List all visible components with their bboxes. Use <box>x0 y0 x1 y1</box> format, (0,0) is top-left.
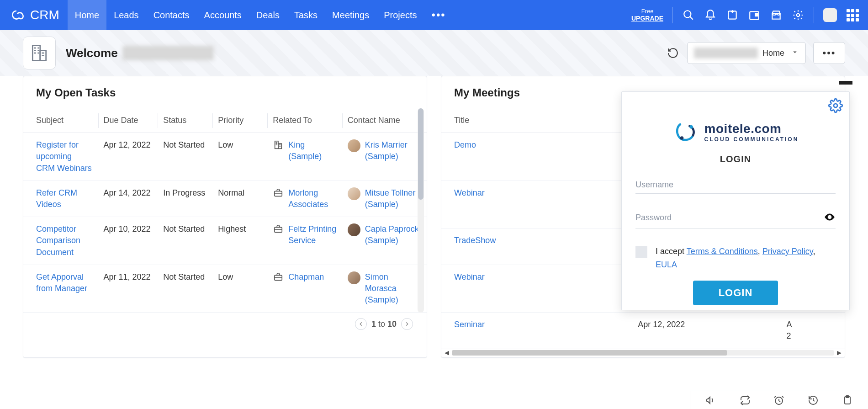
nav-deals[interactable]: Deals <box>249 0 287 30</box>
table-row[interactable]: SeminarApr 12, 2022A2 <box>441 313 845 349</box>
brand-logo-icon <box>8 7 25 23</box>
task-contact-link[interactable]: Mitsue Tollner (Sample) <box>365 187 421 210</box>
pager-prev-icon[interactable] <box>355 318 367 330</box>
user-avatar[interactable] <box>823 8 837 22</box>
store-icon[interactable] <box>770 9 783 21</box>
nav-home[interactable]: Home <box>68 0 106 30</box>
col-priority[interactable]: Priority <box>212 108 267 133</box>
announce-icon[interactable] <box>704 394 717 407</box>
password-input[interactable] <box>635 213 819 223</box>
task-contact-link[interactable]: Capla Paprocki (Sample) <box>365 223 421 246</box>
task-contact-link[interactable]: Kris Marrier (Sample) <box>365 139 421 162</box>
main-nav: Home Leads Contacts Accounts Deals Tasks… <box>68 0 453 30</box>
task-due: Apr 14, 2022 <box>98 181 158 217</box>
task-contact-link[interactable]: Simon Morasca (Sample) <box>365 271 421 306</box>
table-row[interactable]: Competitor Comparison DocumentApr 10, 20… <box>23 217 427 265</box>
add-note-icon[interactable] <box>726 9 739 21</box>
topbar-left: CRM Home Leads Contacts Accounts Deals T… <box>8 0 453 30</box>
settings-gear-icon[interactable] <box>792 9 804 21</box>
terms-link[interactable]: Terms & Conditions <box>687 247 758 256</box>
calendar-icon[interactable] <box>748 9 761 21</box>
nav-tasks[interactable]: Tasks <box>287 0 325 30</box>
divider <box>814 7 814 23</box>
my-open-tasks-panel: My Open Tasks Subject Due Date Status Pr… <box>23 76 427 358</box>
nav-projects[interactable]: Projects <box>376 0 424 30</box>
tasks-scrollbar[interactable] <box>418 108 424 313</box>
apps-grid-icon[interactable] <box>846 9 859 21</box>
svg-rect-6 <box>755 14 757 16</box>
search-icon[interactable] <box>682 9 695 21</box>
task-due: Apr 12, 2022 <box>98 133 158 181</box>
col-status[interactable]: Status <box>158 108 212 133</box>
contact-avatar <box>348 223 360 236</box>
login-button[interactable]: LOGIN <box>693 281 778 305</box>
task-related-link[interactable]: Morlong Associates <box>288 187 337 210</box>
bell-icon[interactable] <box>704 9 717 21</box>
meetings-h-scrollbar[interactable]: ◀ ▶ <box>441 349 845 357</box>
alarm-icon[interactable] <box>773 394 785 407</box>
sync-icon[interactable] <box>739 394 752 407</box>
svg-point-29 <box>834 104 837 107</box>
meeting-title-link[interactable]: Demo <box>454 140 476 149</box>
topbar-right: Free UPGRADE <box>631 7 859 23</box>
svg-rect-26 <box>275 191 282 196</box>
login-heading: LOGIN <box>635 154 836 176</box>
nav-meetings[interactable]: Meetings <box>325 0 376 30</box>
dashboard-selector[interactable]: Home <box>687 42 806 64</box>
task-subject-link[interactable]: Register for upcoming CRM Webinars <box>36 140 92 172</box>
tasks-table: Subject Due Date Status Priority Related… <box>23 108 427 313</box>
task-related-link[interactable]: King (Sample) <box>288 139 337 162</box>
history-icon[interactable] <box>807 394 820 407</box>
refresh-icon[interactable] <box>666 46 680 60</box>
table-row[interactable]: Register for upcoming CRM WebinarsApr 12… <box>23 133 427 181</box>
meeting-from: Apr 12, 2022 <box>632 313 781 349</box>
nav-accounts[interactable]: Accounts <box>197 0 249 30</box>
username-field-wrapper <box>635 176 836 194</box>
task-status: Not Started <box>158 133 212 181</box>
tasks-header-row: Subject Due Date Status Priority Related… <box>23 108 427 133</box>
task-status: Not Started <box>158 217 212 265</box>
upgrade-link[interactable]: Free UPGRADE <box>631 8 663 22</box>
scroll-left-icon[interactable]: ◀ <box>443 349 450 356</box>
meeting-title-link[interactable]: Webinar <box>454 272 485 282</box>
welcome-name-redacted <box>122 46 214 60</box>
eula-link[interactable]: EULA <box>656 260 677 269</box>
pager-next-icon[interactable] <box>401 318 413 330</box>
task-related-link[interactable]: Chapman <box>288 271 324 283</box>
pager-to: 10 <box>387 319 397 329</box>
meeting-title-link[interactable]: Webinar <box>454 188 485 197</box>
org-icon[interactable] <box>23 37 56 69</box>
privacy-link[interactable]: Privacy Policy <box>762 247 813 256</box>
welcome-text: Welcome <box>66 46 214 60</box>
task-subject-link[interactable]: Get Apporval from Manager <box>36 272 87 293</box>
col-contact[interactable]: Contact Name <box>342 108 427 133</box>
accept-checkbox[interactable] <box>635 246 647 258</box>
table-row[interactable]: Refer CRM VideosApr 14, 2022In ProgressN… <box>23 181 427 217</box>
col-related[interactable]: Related To <box>267 108 342 133</box>
upgrade-label: UPGRADE <box>631 15 663 22</box>
task-priority: Highest <box>212 217 267 265</box>
svg-point-0 <box>684 11 691 17</box>
svg-point-30 <box>680 136 683 139</box>
tasks-pager: 1 to 10 <box>23 313 427 339</box>
nav-contacts[interactable]: Contacts <box>146 0 197 30</box>
table-row[interactable]: Get Apporval from ManagerApr 11, 2022Not… <box>23 265 427 313</box>
task-subject-link[interactable]: Competitor Comparison Document <box>36 224 80 256</box>
nav-leads[interactable]: Leads <box>106 0 146 30</box>
meeting-title-link[interactable]: TradeShow <box>454 236 496 245</box>
scroll-right-icon[interactable]: ▶ <box>836 349 843 356</box>
nav-more[interactable]: ••• <box>424 9 453 21</box>
col-subject[interactable]: Subject <box>23 108 98 133</box>
task-subject-link[interactable]: Refer CRM Videos <box>36 188 77 209</box>
widget-settings-icon[interactable] <box>828 98 843 114</box>
col-due-date[interactable]: Due Date <box>98 108 158 133</box>
clipboard-icon[interactable] <box>841 394 854 407</box>
meeting-title-link[interactable]: Seminar <box>454 320 485 329</box>
username-input[interactable] <box>635 180 836 190</box>
show-password-icon[interactable] <box>824 211 836 224</box>
col-title[interactable]: Title <box>441 108 632 133</box>
widget-minimize-handle[interactable] <box>839 81 852 85</box>
more-actions-button[interactable]: ••• <box>813 42 845 64</box>
task-priority: Normal <box>212 181 267 217</box>
task-related-link[interactable]: Feltz Printing Service <box>288 223 337 246</box>
